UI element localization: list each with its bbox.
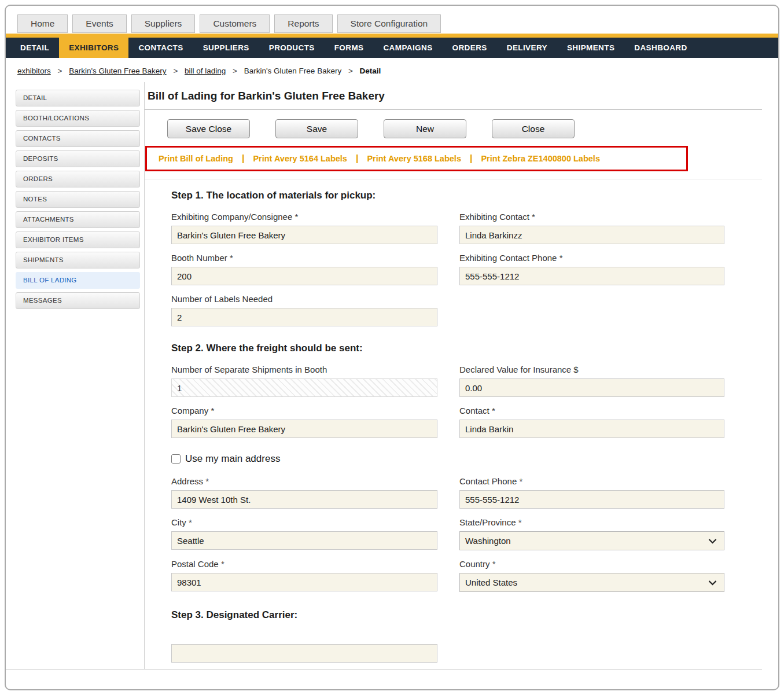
tab-orders[interactable]: ORDERS	[443, 38, 497, 58]
contact-input[interactable]	[459, 420, 724, 438]
app-window: Home Events Suppliers Customers Reports …	[5, 5, 779, 690]
new-button[interactable]: New	[384, 119, 466, 138]
tab-delivery[interactable]: DELIVERY	[497, 38, 557, 58]
booth-number-input[interactable]	[171, 267, 437, 285]
nav-store-configuration[interactable]: Store Configuration	[337, 14, 441, 33]
field-labels-needed: Number of Labels Needed	[171, 294, 437, 326]
step2-heading: Step 2. Where the freight should be sent…	[171, 343, 762, 354]
print-bill-of-lading-link[interactable]: Print Bill of Lading	[159, 154, 233, 163]
sidebar-item-deposits[interactable]: DEPOSITS	[16, 150, 140, 167]
sidebar-item-orders[interactable]: ORDERS	[16, 171, 140, 187]
tab-campaigns[interactable]: CAMPAIGNS	[373, 38, 442, 58]
required-marker: *	[518, 517, 522, 527]
nav-customers[interactable]: Customers	[200, 14, 270, 33]
field-exhibiting-contact-phone: Exhibiting Contact Phone *	[459, 253, 724, 285]
field-address: Address *	[171, 476, 437, 509]
nav-reports[interactable]: Reports	[274, 14, 332, 33]
shipments-in-booth-input	[171, 378, 437, 397]
nav-suppliers[interactable]: Suppliers	[131, 14, 196, 33]
primary-nav: Home Events Suppliers Customers Reports …	[6, 6, 778, 34]
nav-home[interactable]: Home	[17, 14, 68, 33]
country-select[interactable]: United States	[459, 573, 724, 592]
save-close-button[interactable]: Save Close	[167, 119, 250, 138]
print-avery-5164-labels-link[interactable]: Print Avery 5164 Labels	[253, 154, 347, 163]
field-contact: Contact *	[459, 406, 724, 438]
contact-label: Contact *	[459, 406, 724, 415]
sidebar-item-detail[interactable]: DETAIL	[16, 90, 140, 106]
breadcrumb-separator: >	[233, 67, 237, 75]
sidebar-item-exhibitor-items[interactable]: EXHIBITOR ITEMS	[16, 231, 140, 248]
tab-dashboard[interactable]: DASHBOARD	[624, 38, 697, 58]
use-main-address-checkbox[interactable]	[171, 454, 181, 464]
address-input[interactable]	[171, 490, 437, 509]
tab-detail[interactable]: DETAIL	[10, 38, 59, 58]
labels-needed-input[interactable]	[171, 308, 437, 326]
tab-suppliers[interactable]: SUPPLIERS	[193, 38, 259, 58]
city-label: City *	[171, 517, 437, 527]
required-marker: *	[189, 517, 192, 527]
main-panel: Bill of Lading for Barkin's Gluten Free …	[144, 82, 762, 669]
state-province-select[interactable]: Washington	[459, 531, 724, 550]
tab-products[interactable]: PRODUCTS	[259, 38, 325, 58]
exhibiting-company-input[interactable]	[171, 226, 437, 244]
city-input[interactable]	[171, 531, 437, 550]
tab-exhibitors[interactable]: EXHIBITORS	[59, 38, 128, 58]
exhibiting-contact-input[interactable]	[459, 226, 724, 244]
sidebar-item-shipments[interactable]: SHIPMENTS	[16, 252, 140, 269]
breadcrumb-exhibitors[interactable]: exhibitors	[17, 67, 51, 75]
save-button[interactable]: Save	[275, 119, 358, 138]
contact-phone-label: Contact Phone *	[459, 476, 724, 486]
field-country: Country * United States	[459, 559, 724, 592]
page-title: Bill of Lading for Barkin's Gluten Free …	[145, 82, 762, 110]
step3-heading: Step 3. Designated Carrier:	[171, 609, 762, 621]
breadcrumb-separator: >	[348, 67, 353, 75]
breadcrumb-bill-of-lading[interactable]: bill of lading	[185, 67, 226, 75]
required-marker: *	[211, 406, 214, 415]
contact-phone-input[interactable]	[459, 490, 724, 509]
tab-shipments[interactable]: SHIPMENTS	[557, 38, 624, 58]
sidebar-item-contacts[interactable]: CONTACTS	[16, 130, 140, 147]
sidebar-item-messages[interactable]: MESSAGES	[16, 292, 140, 309]
tab-contacts[interactable]: CONTACTS	[128, 38, 193, 58]
accent-stripe	[6, 34, 778, 38]
required-marker: *	[295, 212, 298, 222]
step1-heading: Step 1. The location of materials for pi…	[171, 190, 762, 201]
field-exhibiting-company: Exhibiting Company/Consignee *	[171, 212, 437, 244]
chevron-down-icon	[708, 578, 717, 587]
exhibiting-company-label: Exhibiting Company/Consignee *	[171, 212, 437, 222]
chevron-down-icon	[708, 536, 717, 546]
field-shipments-in-booth: Number of Separate Shipments in Booth	[171, 365, 437, 397]
sidebar-item-bill-of-lading[interactable]: BILL OF LADING	[16, 272, 140, 289]
required-marker: *	[205, 476, 209, 486]
print-link-separator: |	[470, 153, 472, 164]
sidebar-item-booth-locations[interactable]: BOOTH/LOCATIONS	[16, 110, 140, 127]
required-marker: *	[532, 212, 535, 222]
company-label: Company *	[171, 406, 437, 415]
exhibiting-contact-phone-input[interactable]	[459, 267, 724, 285]
company-input[interactable]	[171, 420, 437, 438]
print-zebra-ze1400800-labels-link[interactable]: Print Zebra ZE1400800 Labels	[481, 154, 600, 163]
declared-value-input[interactable]	[459, 378, 724, 397]
tab-forms[interactable]: FORMS	[325, 38, 374, 58]
print-link-separator: |	[242, 153, 244, 164]
sidebar-item-notes[interactable]: NOTES	[16, 191, 140, 208]
breadcrumb-current-detail: Detail	[360, 67, 381, 75]
print-link-separator: |	[356, 153, 358, 164]
postal-code-input[interactable]	[171, 573, 437, 591]
field-city: City *	[171, 517, 437, 550]
country-value: United States	[465, 578, 517, 587]
action-toolbar: Save Close Save New Close	[167, 119, 762, 138]
booth-number-label: Booth Number *	[171, 253, 437, 263]
breadcrumb-exhibitor-name[interactable]: Barkin's Gluten Free Bakery	[69, 67, 166, 75]
nav-events[interactable]: Events	[72, 14, 126, 33]
exhibiting-contact-phone-label: Exhibiting Contact Phone *	[459, 253, 724, 263]
secondary-nav: DETAIL EXHIBITORS CONTACTS SUPPLIERS PRO…	[6, 38, 778, 58]
sidebar-item-attachments[interactable]: ATTACHMENTS	[16, 211, 140, 228]
field-company: Company *	[171, 406, 437, 438]
close-button[interactable]: Close	[492, 119, 575, 138]
required-marker: *	[560, 253, 563, 263]
step3-carrier-input[interactable]	[171, 644, 437, 663]
field-state-province: State/Province * Washington	[459, 517, 724, 550]
shipments-in-booth-label: Number of Separate Shipments in Booth	[171, 365, 437, 374]
print-avery-5168-labels-link[interactable]: Print Avery 5168 Labels	[367, 154, 461, 163]
